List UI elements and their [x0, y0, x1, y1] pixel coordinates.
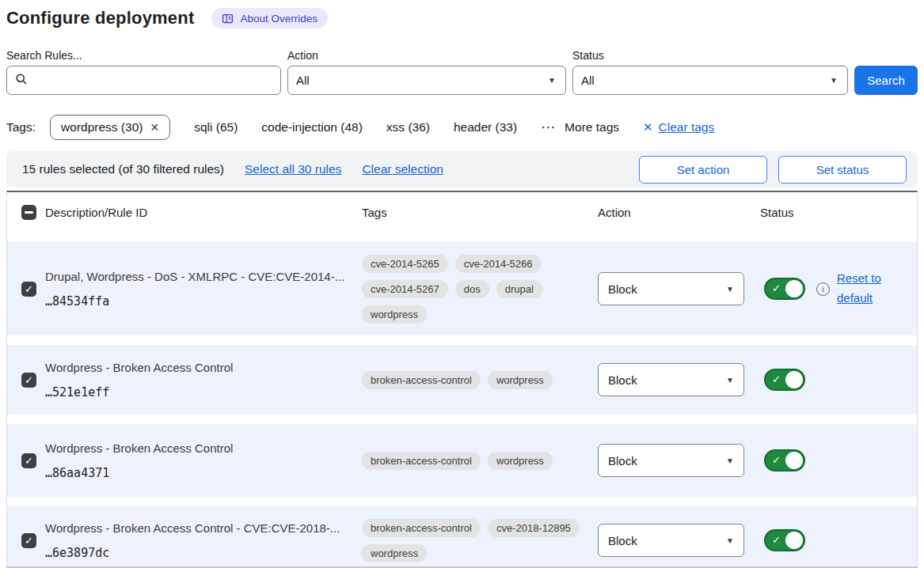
search-icon [15, 73, 28, 89]
tag-chip-wordpress[interactable]: wordpress (30) ✕ [50, 115, 170, 140]
chevron-down-icon: ▼ [726, 456, 734, 465]
tag-item-header[interactable]: header (33) [454, 120, 517, 134]
rule-tags: broken-access-control wordpress [362, 452, 582, 470]
info-icon[interactable]: i [816, 282, 830, 296]
search-rules-inputbox [6, 66, 281, 95]
header-description: Description/Rule ID [45, 206, 362, 219]
header-tags: Tags [362, 206, 598, 219]
clear-selection-link[interactable]: Clear selection [362, 162, 443, 176]
row-checkbox[interactable]: ✓ [21, 373, 36, 388]
action-value: Block [608, 534, 637, 547]
rule-description: Wordpress - Broken Access Control [45, 441, 354, 455]
search-button[interactable]: Search [854, 66, 918, 95]
rule-id: …84534ffa [45, 294, 354, 309]
tags-bar: Tags: wordpress (30) ✕ sqli (65) code-in… [6, 115, 918, 140]
action-value: Block [608, 454, 637, 468]
action-select[interactable]: Block ▼ [598, 272, 744, 305]
select-all-rules-link[interactable]: Select all 30 rules [245, 162, 341, 176]
rule-tags: broken-access-control cve-2018-12895 wor… [362, 519, 582, 562]
book-icon [222, 13, 234, 25]
header-status: Status [760, 206, 909, 219]
more-tags-button[interactable]: ⋯ More tags [541, 120, 619, 134]
action-select[interactable]: Block ▼ [598, 444, 744, 477]
selection-bar: 15 rules selected (of 30 filtered rules)… [6, 151, 918, 187]
action-filter-label: Action [287, 49, 566, 62]
rule-id: …6e3897dc [45, 546, 354, 560]
tag-pill: cve-2014-5265 [362, 255, 448, 273]
tag-pill: cve-2014-5267 [362, 280, 448, 298]
toggle-knob [785, 532, 803, 549]
status-toggle[interactable]: ✓ [764, 278, 805, 300]
tag-pill: wordpress [362, 305, 427, 324]
toggle-knob [785, 371, 803, 388]
action-select[interactable]: Block ▼ [598, 363, 744, 396]
chevron-down-icon: ▼ [726, 376, 734, 384]
rule-description: Wordpress - Broken Access Control [45, 361, 354, 374]
chevron-down-icon: ▼ [726, 285, 734, 293]
tag-pill: broken-access-control [362, 519, 481, 537]
status-toggle[interactable]: ✓ [764, 369, 805, 391]
configure-deployment-page: Configure deployment About Overrides Sea… [0, 0, 924, 568]
clear-tags-button[interactable]: ✕ Clear tags [643, 120, 714, 134]
check-icon: ✓ [772, 454, 781, 466]
check-icon: ✓ [772, 373, 781, 385]
more-tags-label: More tags [565, 120, 619, 134]
page-header: Configure deployment About Overrides [6, 8, 918, 28]
chevron-down-icon: ▼ [726, 536, 734, 545]
tag-pill: broken-access-control [362, 371, 481, 389]
tag-item-xss[interactable]: xss (36) [386, 120, 430, 134]
status-filter-field: Status All ▼ [572, 49, 848, 95]
status-toggle[interactable]: ✓ [764, 449, 805, 471]
tag-pill: drupal [496, 280, 542, 298]
action-select[interactable]: Block ▼ [598, 524, 744, 557]
tag-pill: dos [455, 280, 489, 298]
remove-tag-icon[interactable]: ✕ [150, 121, 159, 134]
ellipsis-icon: ⋯ [541, 123, 557, 131]
select-all-checkbox[interactable] [21, 205, 36, 220]
search-rules-field: Search Rules... [6, 49, 281, 95]
status-filter-select[interactable]: All ▼ [572, 66, 848, 95]
rule-id: …521e1eff [45, 385, 354, 399]
search-rules-label: Search Rules... [6, 49, 281, 62]
search-rules-input[interactable] [34, 74, 272, 87]
header-action: Action [598, 206, 760, 219]
set-status-button[interactable]: Set status [778, 156, 907, 184]
status-filter-value: All [581, 74, 595, 87]
rule-tags: cve-2014-5265 cve-2014-5266 cve-2014-526… [362, 255, 582, 324]
status-filter-label: Status [572, 49, 848, 62]
toggle-knob [785, 452, 803, 469]
tag-pill: broken-access-control [362, 452, 481, 470]
row-checkbox[interactable]: ✓ [21, 282, 36, 297]
about-overrides-label: About Overrides [240, 13, 318, 25]
tag-pill: wordpress [488, 371, 553, 389]
about-overrides-badge[interactable]: About Overrides [211, 8, 328, 28]
reset-to-default-link[interactable]: Reset to default [837, 269, 891, 309]
status-toggle[interactable]: ✓ [764, 529, 805, 551]
toggle-knob [785, 280, 803, 297]
action-filter-select[interactable]: All ▼ [287, 66, 566, 95]
table-header-row: Description/Rule ID Tags Action Status [7, 192, 917, 233]
tag-item-sqli[interactable]: sqli (65) [194, 120, 238, 134]
action-filter-value: All [296, 74, 310, 87]
chevron-down-icon: ▼ [830, 76, 838, 85]
table-row: ✓ Wordpress - Broken Access Control - CV… [7, 506, 917, 568]
action-filter-field: Action All ▼ [287, 49, 566, 95]
clear-tags-label: Clear tags [659, 120, 715, 134]
table-row: ✓ Wordpress - Broken Access Control …521… [7, 345, 917, 415]
rules-table: Description/Rule ID Tags Action Status ✓… [6, 191, 918, 568]
action-value: Block [608, 282, 637, 296]
set-action-button[interactable]: Set action [639, 156, 767, 184]
row-checkbox[interactable]: ✓ [21, 533, 36, 548]
tag-chip-label: wordpress (30) [61, 120, 143, 134]
tag-item-code-injection[interactable]: code-injection (48) [261, 120, 363, 134]
tag-pill: cve-2018-12895 [488, 519, 580, 537]
rule-description: Wordpress - Broken Access Control - CVE:… [45, 521, 354, 535]
page-title: Configure deployment [6, 8, 194, 28]
row-checkbox[interactable]: ✓ [21, 453, 36, 468]
rule-description: Drupal, Wordpress - DoS - XMLRPC - CVE:C… [45, 270, 354, 283]
selection-summary: 15 rules selected (of 30 filtered rules) [22, 162, 224, 176]
tag-pill: wordpress [488, 452, 553, 470]
table-row: ✓ Drupal, Wordpress - DoS - XMLRPC - CVE… [7, 242, 917, 335]
tag-pill: wordpress [362, 544, 427, 562]
check-icon: ✓ [772, 534, 781, 546]
